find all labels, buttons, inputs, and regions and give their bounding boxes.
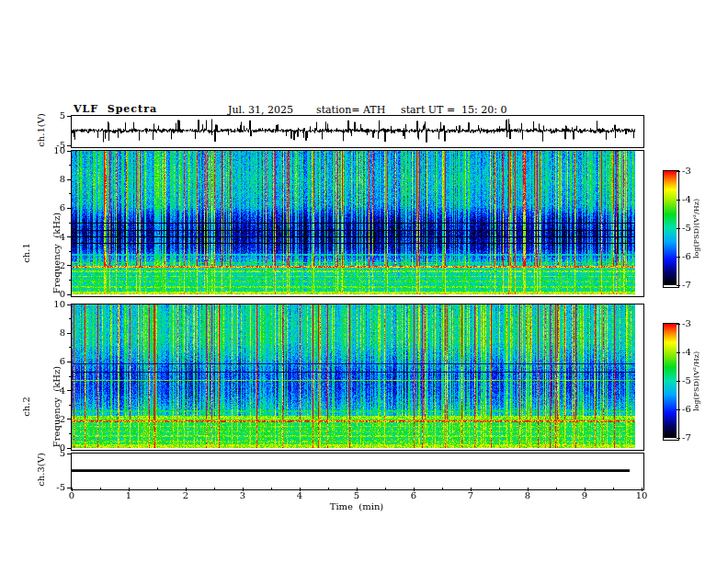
colorbar-2-tick [677, 409, 680, 410]
colorbar-2-tick [677, 352, 680, 353]
x-tick-label: 5 [347, 491, 366, 500]
ch3-voltage-axis-label: ch.3(V) [36, 433, 46, 507]
spec2-y-tick [67, 304, 72, 305]
wave1-y-tick [67, 145, 72, 146]
x-tick-label: 4 [290, 491, 309, 500]
colorbar-2-tick-label: -4 [682, 348, 704, 357]
spec2-y-minor-tick [69, 405, 72, 406]
spec2-y-tick-label: 8 [45, 328, 65, 338]
colorbar-1-tick [677, 285, 680, 286]
colorbar-1-tick-label: -6 [682, 252, 704, 261]
wave1-y-tick [67, 116, 72, 117]
x-minor-tick [214, 488, 215, 489]
spec1-y-minor-tick [69, 280, 72, 281]
spec1-y-minor-tick [69, 251, 72, 252]
colorbar-1-tick [677, 200, 680, 201]
spec1-y-minor-tick [69, 193, 72, 194]
x-tick-label: 1 [119, 491, 138, 500]
vlf-spectra-figure: VLF Spectra Jul. 31, 2025 station= ATH s… [0, 0, 728, 563]
x-tick-label: 7 [461, 491, 480, 500]
x-tick-label: 10 [632, 491, 651, 500]
x-minor-tick [556, 488, 557, 489]
colorbar-2-tick [677, 381, 680, 382]
spec1-y-tick [67, 208, 72, 209]
spec1-y-tick-label: 2 [45, 261, 65, 270]
spec1-y-tick-label: 6 [45, 203, 65, 213]
ch2-frequency-axis-label-line1: ch.2 [21, 342, 31, 471]
spec1-y-tick [67, 151, 72, 152]
ch2-spectrogram-canvas [72, 304, 642, 448]
ch2-colorbar-canvas [664, 324, 677, 438]
x-minor-tick [385, 488, 386, 489]
colorbar-1-tick-label: -7 [682, 281, 704, 290]
spec2-y-tick-label: 0 [45, 443, 65, 453]
spec1-y-tick [67, 236, 72, 237]
colorbar-1-tick-label: -3 [682, 167, 704, 176]
spec1-y-tick-label: 8 [45, 175, 65, 184]
colorbar-2-tick-label: -5 [682, 376, 704, 385]
spec1-y-tick [67, 179, 72, 180]
ch1-voltage-axis-label: ch.1(V) [36, 94, 46, 167]
spec2-y-tick-label: 10 [45, 300, 65, 309]
colorbar-2-tick-label: -7 [682, 433, 704, 442]
wave1-y-tick-label: 5 [45, 111, 65, 121]
spec2-y-tick [67, 448, 72, 449]
colorbar-1-tick [677, 228, 680, 229]
spec2-y-tick [67, 419, 72, 419]
x-tick-label: 0 [63, 491, 81, 500]
colorbar-1-tick [677, 257, 680, 258]
x-tick-label: 3 [233, 491, 252, 500]
spec2-y-tick-label: 2 [45, 415, 65, 424]
spec2-y-minor-tick [69, 347, 72, 348]
colorbar-1-tick [677, 171, 680, 172]
ch3-waveform-canvas [72, 454, 642, 488]
colorbar-1-tick-label: -5 [682, 224, 704, 233]
spec1-y-minor-tick [69, 165, 72, 166]
x-minor-tick [157, 488, 158, 489]
wave3-y-tick [67, 454, 72, 454]
figure-title: VLF Spectra [74, 103, 157, 115]
spec1-y-tick-label: 0 [45, 290, 65, 299]
start-ut-label: start UT = 15: 20: 0 [401, 104, 507, 116]
x-minor-tick [613, 488, 614, 489]
spec1-y-tick [67, 265, 72, 266]
spec2-y-tick [67, 390, 72, 391]
spec2-y-minor-tick [69, 318, 72, 319]
spec1-y-tick [67, 294, 72, 295]
x-tick-label: 6 [404, 491, 423, 500]
spec1-y-tick-label: 4 [45, 233, 65, 242]
colorbar-2-tick-label: -3 [682, 319, 704, 328]
ch1-frequency-axis-label-line1: ch.1 [21, 189, 31, 317]
colorbar-2-tick [677, 438, 680, 439]
x-minor-tick [271, 488, 272, 489]
x-minor-tick [100, 488, 101, 489]
station-label: station= ATH [316, 104, 385, 116]
spec2-y-tick-label: 6 [45, 357, 65, 366]
x-minor-tick [328, 488, 329, 489]
ch1-waveform-canvas [72, 116, 642, 145]
x-minor-tick [499, 488, 500, 489]
colorbar-2-tick [677, 324, 680, 325]
spec2-y-tick [67, 362, 72, 362]
ch1-colorbar-canvas [664, 171, 677, 285]
x-tick-label: 8 [518, 491, 537, 500]
colorbar-2-tick-label: -6 [682, 405, 704, 414]
date-label: Jul. 31, 2025 [228, 104, 293, 116]
spec1-y-tick-label: 10 [45, 146, 65, 155]
spec2-y-tick [67, 333, 72, 334]
x-tick-label: 9 [575, 491, 594, 500]
x-tick-label: 2 [176, 491, 195, 500]
time-axis-label: Time (min) [72, 502, 642, 511]
spec2-y-minor-tick [69, 376, 72, 377]
ch1-spectrogram-canvas [72, 151, 642, 294]
spec2-y-minor-tick [69, 433, 72, 434]
x-minor-tick [442, 488, 443, 489]
spec2-y-tick-label: 4 [45, 386, 65, 396]
spec1-y-minor-tick [69, 223, 72, 224]
colorbar-1-tick-label: -4 [682, 195, 704, 204]
